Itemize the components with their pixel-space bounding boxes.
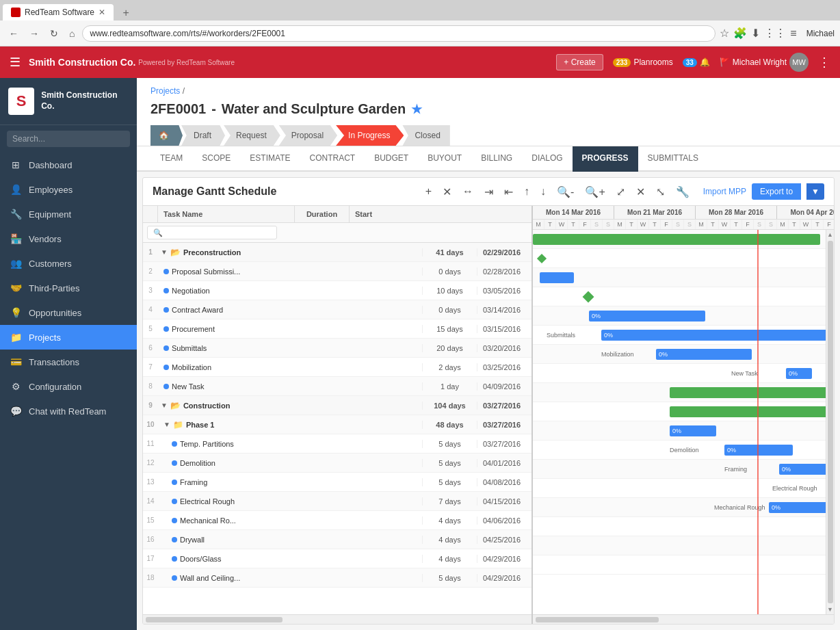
collapse-btn[interactable]: ✕ [633, 184, 648, 200]
apps-icon[interactable]: ⋮⋮ [764, 27, 786, 40]
gantt-bar-8[interactable]: 0% [786, 368, 812, 379]
task-search-input[interactable] [147, 226, 277, 239]
indent-btn[interactable]: ⇥ [482, 184, 496, 200]
outdent-btn[interactable]: ⇤ [501, 184, 516, 200]
sidebar-item-configuration[interactable]: ⚙Configuration [0, 374, 137, 399]
task-row-13[interactable]: 13 Framing5 days04/08/2016 [143, 473, 531, 492]
task-row-17[interactable]: 17 Doors/Glass4 days04/29/2016 [143, 549, 531, 568]
status-tab-home[interactable]: 🏠 [150, 125, 183, 146]
expand-icon-9[interactable]: ▼ [161, 402, 168, 409]
sub-nav-estimate[interactable]: ESTIMATE [240, 146, 300, 172]
search-input[interactable] [7, 131, 130, 147]
notifications-group[interactable]: 33 🔔 [683, 57, 710, 67]
zoom-out-btn[interactable]: 🔍- [554, 184, 577, 200]
breadcrumb-projects-link[interactable]: Projects [150, 86, 180, 96]
export-button[interactable]: Export to [752, 183, 801, 200]
gantt-left-scrollbar[interactable] [143, 614, 531, 624]
sidebar-item-transactions[interactable]: 💳Transactions [0, 350, 137, 374]
sub-nav-team[interactable]: TEAM [150, 146, 192, 172]
settings-btn[interactable]: 🔧 [673, 184, 692, 200]
gantt-bar-10[interactable] [670, 406, 826, 417]
fullscreen-btn[interactable]: ⤢ [614, 184, 628, 200]
task-row-1[interactable]: 1▼📂 Preconstruction41 days02/29/2016 [143, 243, 531, 262]
task-row-7[interactable]: 7 Mobilization2 days03/25/2016 [143, 358, 531, 377]
back-button[interactable]: ← [5, 27, 22, 40]
task-row-14[interactable]: 14 Electrical Rough7 days04/15/2016 [143, 492, 531, 511]
gantt-bar-11[interactable]: 0% [670, 425, 716, 436]
gantt-bar-1[interactable] [533, 234, 820, 245]
home-button[interactable]: ⌂ [66, 27, 78, 40]
task-row-15[interactable]: 15 Mechanical Ro...4 days04/06/2016 [143, 511, 531, 530]
gantt-bar-5[interactable]: 0% [589, 311, 705, 321]
sub-nav-budget[interactable]: BUDGET [365, 146, 418, 172]
task-row-9[interactable]: 9▼📂 Construction104 days03/27/2016 [143, 396, 531, 415]
expand-icon-10[interactable]: ▼ [163, 421, 170, 428]
sidebar-item-dashboard[interactable]: ⊞Dashboard [0, 153, 137, 177]
link-btn[interactable]: ↔ [460, 184, 476, 199]
sub-nav-buyout[interactable]: BUYOUT [418, 146, 471, 172]
sub-nav-billing[interactable]: BILLING [471, 146, 522, 172]
status-tab-closed[interactable]: Closed [402, 125, 449, 146]
gantt-bar-15[interactable]: 0% [769, 502, 826, 513]
sub-nav-progress[interactable]: PROGRESS [573, 146, 638, 172]
task-row-3[interactable]: 3 Negotiation10 days03/05/2016 [143, 281, 531, 300]
task-row-6[interactable]: 6 Submittals20 days03/20/2016 [143, 339, 531, 358]
star-icon[interactable]: ★ [411, 102, 422, 117]
bottom-scrollbar-thumb[interactable] [536, 617, 659, 622]
task-row-10[interactable]: 10▼📁 Phase 148 days03/27/2016 [143, 415, 531, 434]
reload-button[interactable]: ↻ [47, 27, 62, 40]
sidebar-item-chat[interactable]: 💬Chat with RedTeam [0, 399, 137, 423]
task-row-12[interactable]: 12 Demolition5 days04/01/2016 [143, 454, 531, 473]
tab-close-button[interactable]: ✕ [99, 8, 105, 17]
sidebar-item-employees[interactable]: 👤Employees [0, 177, 137, 202]
zoom-in-btn[interactable]: 🔍+ [582, 184, 607, 200]
task-row-4[interactable]: 4 Contract Award0 days03/14/2016 [143, 300, 531, 319]
sidebar-item-opportunities[interactable]: 💡Opportunities [0, 300, 137, 325]
task-row-11[interactable]: 11 Temp. Partitions5 days03/27/2016 [143, 434, 531, 454]
status-tab-request[interactable]: Request [224, 125, 280, 146]
gantt-bar-6[interactable]: 0% [601, 330, 826, 341]
task-row-16[interactable]: 16 Drywall4 days04/25/2016 [143, 530, 531, 549]
move-down-btn[interactable]: ↓ [538, 184, 549, 199]
task-row-8[interactable]: 8 New Task1 day04/09/2016 [143, 377, 531, 396]
sidebar-item-equipment[interactable]: 🔧Equipment [0, 202, 137, 226]
status-tab-proposal[interactable]: Proposal [279, 125, 337, 146]
sub-nav-contract[interactable]: CONTRACT [300, 146, 365, 172]
export-dropdown-button[interactable]: ▼ [806, 183, 824, 200]
url-bar[interactable] [82, 25, 716, 42]
create-button[interactable]: + Create [556, 54, 603, 70]
scrollbar-thumb[interactable] [146, 617, 283, 622]
bottom-scrollbar[interactable] [533, 614, 834, 624]
sidebar-item-projects[interactable]: 📁Projects [0, 325, 137, 350]
scroll-up-btn[interactable]: ▲ [827, 231, 833, 238]
bookmark-icon[interactable]: ☆ [720, 27, 729, 40]
expand-btn[interactable]: ⤡ [653, 184, 668, 200]
import-mpp-link[interactable]: Import MPP [703, 187, 746, 196]
user-group[interactable]: 🚩 Michael Wright MW [720, 53, 809, 72]
status-tab-draft[interactable]: Draft [181, 125, 225, 146]
gantt-bar-9[interactable] [670, 387, 826, 398]
scroll-down-btn[interactable]: ▼ [827, 606, 833, 613]
browser-tab-active[interactable]: RedTeam Software ✕ [3, 4, 114, 21]
sub-nav-submittals[interactable]: SUBMITTALS [638, 146, 708, 172]
add-task-btn[interactable]: + [423, 184, 434, 199]
new-tab-button[interactable]: + [116, 5, 135, 21]
gantt-bar-3[interactable] [540, 272, 574, 283]
sidebar-item-customers[interactable]: 👥Customers [0, 251, 137, 276]
overflow-icon[interactable]: ⋮ [818, 55, 830, 70]
sub-nav-scope[interactable]: SCOPE [192, 146, 240, 172]
sidebar-item-vendors[interactable]: 🏪Vendors [0, 226, 137, 251]
task-row-5[interactable]: 5 Procurement15 days03/15/2016 [143, 319, 531, 339]
gantt-bar-13[interactable]: 0% [779, 464, 826, 475]
download-icon[interactable]: ⬇ [751, 27, 760, 40]
sidebar-item-third-parties[interactable]: 🤝Third-Parties [0, 276, 137, 300]
move-up-btn[interactable]: ↑ [521, 184, 532, 199]
gantt-bar-7[interactable]: 0% [656, 349, 752, 360]
expand-icon-1[interactable]: ▼ [161, 248, 168, 256]
menu-icon[interactable]: ☰ [10, 55, 21, 70]
gantt-bar-12[interactable]: 0% [724, 445, 793, 456]
task-row-2[interactable]: 2 Proposal Submissi...0 days02/28/2016 [143, 262, 531, 281]
vscroll-thumb[interactable] [828, 241, 833, 603]
vertical-scrollbar[interactable]: ▲ ▼ [826, 230, 834, 614]
status-tab-inprogress[interactable]: In Progress [336, 125, 404, 146]
